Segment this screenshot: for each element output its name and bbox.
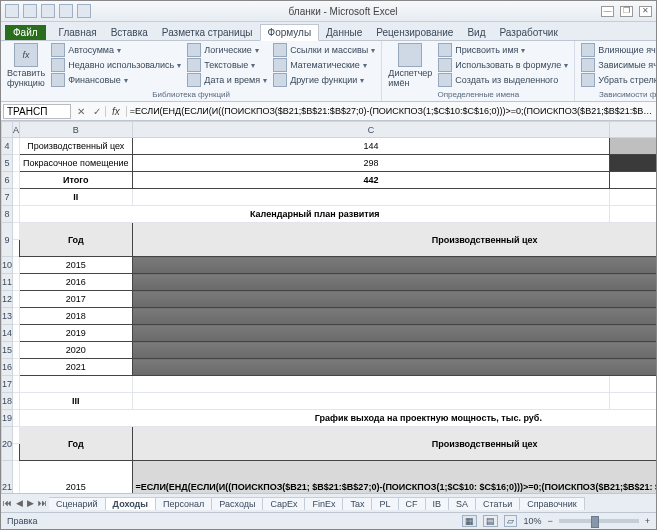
trace-precedents-button[interactable]: Влияющие ячейки: [581, 43, 657, 57]
cell[interactable]: Производственный цех: [20, 138, 133, 155]
recent-button[interactable]: Недавно использовались▾: [51, 58, 181, 72]
tab-insert[interactable]: Вставка: [104, 25, 155, 40]
fx-icon[interactable]: fx: [105, 106, 127, 117]
last-sheet-button[interactable]: ⏭: [36, 498, 49, 508]
ribbon-tabs: Файл Главная Вставка Разметка страницы Ф…: [1, 22, 656, 41]
tab-developer[interactable]: Разработчик: [493, 25, 565, 40]
zoom-slider[interactable]: [559, 519, 639, 523]
sheet-tab[interactable]: Сценарий: [49, 497, 106, 510]
group-label-audit: Зависимости формул: [581, 90, 657, 99]
tab-data[interactable]: Данные: [319, 25, 369, 40]
text-button[interactable]: Текстовые▾: [187, 58, 267, 72]
minimize-icon[interactable]: —: [601, 6, 614, 17]
date-button[interactable]: Дата и время▾: [187, 73, 267, 87]
status-bar: Правка ▦ ▤ ▱ 10% − +: [1, 512, 656, 529]
sheet-tab[interactable]: SA: [449, 497, 476, 510]
sheet-tab[interactable]: Доходы: [106, 497, 156, 510]
window-title: бланки - Microsoft Excel: [91, 6, 595, 17]
sheet-tab[interactable]: CapEx: [263, 497, 305, 510]
create-from-sel-button[interactable]: Создать из выделенного: [438, 73, 568, 87]
status-mode: Правка: [7, 516, 37, 526]
sheet-tab[interactable]: Статьи: [476, 497, 520, 510]
math-button[interactable]: Математические▾: [273, 58, 375, 72]
define-name-button[interactable]: Присвоить имя▾: [438, 43, 568, 57]
window-controls: —❐✕: [601, 6, 652, 17]
trace-dependents-button[interactable]: Зависимые ячейки: [581, 58, 657, 72]
zoom-in-button[interactable]: +: [645, 516, 650, 526]
restore-icon[interactable]: ❐: [620, 6, 633, 17]
view-normal-icon[interactable]: ▦: [462, 515, 477, 527]
close-icon[interactable]: ✕: [639, 6, 652, 17]
sheet-tab[interactable]: Персонал: [156, 497, 212, 510]
ribbon: fxВставить функцию Автосумма▾ Недавно ис…: [1, 41, 656, 102]
sheet-tab[interactable]: Tax: [343, 497, 372, 510]
prev-sheet-button[interactable]: ◀: [14, 498, 25, 508]
insert-function-button[interactable]: fxВставить функцию: [7, 43, 45, 88]
sheet-tab[interactable]: CF: [399, 497, 426, 510]
quick-access-toolbar[interactable]: [5, 4, 91, 18]
financial-button[interactable]: Финансовые▾: [51, 73, 181, 87]
tab-view[interactable]: Вид: [460, 25, 492, 40]
tab-layout[interactable]: Разметка страницы: [155, 25, 260, 40]
sheet-tabs: ⏮ ◀ ▶ ⏭ Сценарий Доходы Персонал Расходы…: [1, 493, 656, 512]
autosum-button[interactable]: Автосумма▾: [51, 43, 181, 57]
sheet-tab[interactable]: FinEx: [305, 497, 343, 510]
tab-review[interactable]: Рецензирование: [369, 25, 460, 40]
logical-button[interactable]: Логические▾: [187, 43, 267, 57]
enter-icon[interactable]: ✓: [89, 106, 105, 117]
group-label-lib: Библиотека функций: [7, 90, 375, 99]
formula-bar: ТРАНСП ✕ ✓ fx =ЕСЛИ(ЕНД(ЕСЛИ(И((ПОИСКПОЗ…: [1, 102, 656, 121]
name-manager-button[interactable]: Диспетчер имён: [388, 43, 432, 88]
sheet-tab[interactable]: Расходы: [212, 497, 263, 510]
more-button[interactable]: Другие функции▾: [273, 73, 375, 87]
file-tab[interactable]: Файл: [5, 25, 46, 40]
remove-arrows-button[interactable]: Убрать стрелки▾: [581, 73, 657, 87]
tab-formulas[interactable]: Формулы: [260, 24, 320, 41]
worksheet-grid[interactable]: ABCDEFGHI 4Производственный цех144201539…: [1, 121, 656, 493]
sheet-tab[interactable]: PL: [372, 497, 398, 510]
sheet-tab[interactable]: IB: [426, 497, 450, 510]
tab-home[interactable]: Главная: [52, 25, 104, 40]
next-sheet-button[interactable]: ▶: [25, 498, 36, 508]
formula-input[interactable]: =ЕСЛИ(ЕНД(ЕСЛИ(И((ПОИСКПОЗ($B21;$B$21:$B…: [127, 106, 656, 116]
name-box[interactable]: ТРАНСП: [3, 104, 71, 119]
group-label-names: Определенные имена: [388, 90, 568, 99]
sheet-tab[interactable]: Справочник: [520, 497, 585, 510]
view-break-icon[interactable]: ▱: [504, 515, 517, 527]
view-layout-icon[interactable]: ▤: [483, 515, 498, 527]
first-sheet-button[interactable]: ⏮: [1, 498, 14, 508]
zoom-out-button[interactable]: −: [547, 516, 552, 526]
zoom-level[interactable]: 10%: [523, 516, 541, 526]
lookup-button[interactable]: Ссылки и массивы▾: [273, 43, 375, 57]
cancel-icon[interactable]: ✕: [73, 106, 89, 117]
use-in-formula-button[interactable]: Использовать в формуле▾: [438, 58, 568, 72]
